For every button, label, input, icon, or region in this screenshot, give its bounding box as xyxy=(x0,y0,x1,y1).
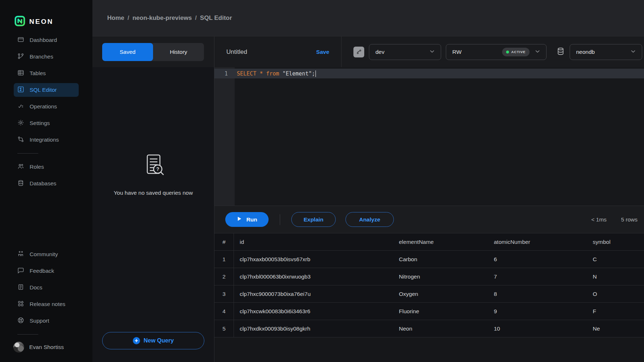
breadcrumb-project[interactable]: neon-kube-previews xyxy=(132,14,192,22)
sidebar-item-label: Feedback xyxy=(30,268,54,274)
row-index-cell: 1 xyxy=(214,251,234,268)
table-cell: clp7hxdkx00093b0isy08gkrh xyxy=(234,320,393,337)
table-cell: Ne xyxy=(587,320,644,337)
table-row[interactable]: 3clp7hxc9000073b0ixa76ei7uOxygen8O xyxy=(214,285,644,303)
table-cell: 8 xyxy=(488,285,587,303)
result-row-count: 5 rows xyxy=(621,216,638,223)
table-row[interactable]: 2clp7hxbl000063b0ixrwuogb3Nitrogen7N xyxy=(214,268,644,285)
saved-queries-empty-state: ? You have no saved queries now xyxy=(114,67,193,332)
integrations-icon xyxy=(17,136,24,144)
editor-column: 1 SELECT * from "Element"; Run Explain A… xyxy=(214,67,644,362)
sidebar-item-label: Settings xyxy=(30,120,50,126)
database-select[interactable]: neondb xyxy=(570,44,642,60)
toolbar: Saved History Untitled Save dev RW xyxy=(92,36,644,67)
sidebar-item-community[interactable]: Community xyxy=(14,247,79,261)
user-menu[interactable]: Evan Shortiss xyxy=(0,337,92,362)
table-cell: Neon xyxy=(393,320,488,337)
sidebar-item-label: Release notes xyxy=(30,301,65,307)
sql-statement: SELECT * from "Element"; xyxy=(235,70,315,77)
sidebar-item-operations[interactable]: Operations xyxy=(14,100,79,113)
sidebar-item-label: Support xyxy=(30,318,49,324)
analyze-button[interactable]: Analyze xyxy=(345,212,394,227)
results-table-body: 1clp7hxaxb00053b0isvs67xrbCarbon6C2clp7h… xyxy=(214,251,644,337)
sidebar-item-support[interactable]: Support xyxy=(14,314,79,328)
document-icon xyxy=(17,284,24,292)
row-index-cell: 5 xyxy=(214,320,234,337)
table-cell: C xyxy=(587,251,644,268)
sidebar-item-tables[interactable]: Tables xyxy=(14,66,79,80)
speech-bubble-icon xyxy=(17,267,24,275)
sidebar-item-release-notes[interactable]: Release notes xyxy=(14,297,79,311)
chevron-down-icon xyxy=(630,48,637,56)
table-row[interactable]: 5clp7hxdkx00093b0isy08gkrhNeon10Ne xyxy=(214,320,644,337)
table-cell: clp7hxcwk00083b0i6i3463r6 xyxy=(234,303,393,320)
text-cursor xyxy=(316,70,316,77)
table-grid-icon xyxy=(17,69,24,78)
breadcrumb-page: SQL Editor xyxy=(200,14,232,22)
sidebar-spacer xyxy=(0,193,92,247)
divider xyxy=(280,214,280,225)
column-header-index: # xyxy=(214,233,234,251)
table-cell: 9 xyxy=(488,303,587,320)
table-cell: 10 xyxy=(488,320,587,337)
sql-editor-icon xyxy=(17,86,24,94)
sidebar-item-roles[interactable]: Roles xyxy=(14,160,79,174)
query-stats: < 1ms 5 rows xyxy=(591,216,638,223)
user-name: Evan Shortiss xyxy=(29,344,64,350)
row-index-cell: 3 xyxy=(214,285,234,303)
sidebar-item-label: Databases xyxy=(30,180,56,187)
sidebar: NEON Dashboard Branches Tables SQL Edito… xyxy=(0,0,92,362)
table-cell: F xyxy=(587,303,644,320)
workspace: ? You have no saved queries now + New Qu… xyxy=(92,67,644,362)
sidebar-item-dashboard[interactable]: Dashboard xyxy=(14,33,79,47)
sidebar-item-label: Operations xyxy=(30,103,57,110)
brand-logo[interactable]: NEON xyxy=(0,0,92,33)
tab-history[interactable]: History xyxy=(153,43,204,61)
table-cell: clp7hxbl000063b0ixrwuogb3 xyxy=(234,268,393,285)
app-root: NEON Dashboard Branches Tables SQL Edito… xyxy=(0,0,644,362)
table-cell: 6 xyxy=(488,251,587,268)
run-button[interactable]: Run xyxy=(225,212,269,227)
sidebar-nav-footer: Community Feedback Docs Release notes Su… xyxy=(0,247,92,331)
release-notes-icon xyxy=(17,300,24,309)
new-query-button[interactable]: + New Query xyxy=(102,332,204,349)
sidebar-item-branches[interactable]: Branches xyxy=(14,50,79,64)
sidebar-item-settings[interactable]: Settings xyxy=(14,116,79,130)
sidebar-item-feedback[interactable]: Feedback xyxy=(14,264,79,278)
breadcrumb: Home / neon-kube-previews / SQL Editor xyxy=(107,14,232,22)
chevron-down-icon xyxy=(428,48,436,56)
branch-select[interactable]: dev xyxy=(369,44,441,60)
save-query-link[interactable]: Save xyxy=(316,49,329,55)
sql-code-editor[interactable]: 1 SELECT * from "Element"; xyxy=(214,67,644,206)
table-cell: Fluorine xyxy=(393,303,488,320)
sidebar-item-integrations[interactable]: Integrations xyxy=(14,133,79,147)
sidebar-item-label: Roles xyxy=(30,164,44,170)
sidebar-nav-main: Dashboard Branches Tables SQL Editor Ope… xyxy=(0,33,92,150)
sidebar-nav-secondary: Roles Databases xyxy=(0,160,92,193)
sidebar-item-sql-editor[interactable]: SQL Editor xyxy=(14,83,79,97)
breadcrumb-home[interactable]: Home xyxy=(107,14,124,22)
sidebar-item-docs[interactable]: Docs xyxy=(14,281,79,294)
saved-history-toggle: Saved History xyxy=(102,43,204,61)
results-toolbar: Run Explain Analyze < 1ms 5 rows xyxy=(214,206,644,233)
life-buoy-icon xyxy=(17,317,24,325)
table-cell: Nitrogen xyxy=(393,268,488,285)
explain-button[interactable]: Explain xyxy=(291,212,336,227)
table-cell: O xyxy=(587,285,644,303)
sidebar-item-label: Tables xyxy=(30,70,46,77)
table-row[interactable]: 1clp7hxaxb00053b0isvs67xrbCarbon6C xyxy=(214,251,644,268)
status-label: ACTIVE xyxy=(511,50,526,54)
table-row[interactable]: 4clp7hxcwk00083b0i6i3463r6Fluorine9F xyxy=(214,303,644,320)
status-dot xyxy=(506,51,509,53)
sidebar-item-databases[interactable]: Databases xyxy=(14,177,79,190)
brand-name: NEON xyxy=(29,18,53,26)
column-header-elementName: elementName xyxy=(393,233,488,251)
compute-select-value: RW xyxy=(452,49,462,55)
compute-select[interactable]: RW ACTIVE xyxy=(446,44,547,60)
table-cell: clp7hxaxb00053b0isvs67xrb xyxy=(234,251,393,268)
tab-saved[interactable]: Saved xyxy=(102,43,153,61)
status-badge: ACTIVE xyxy=(502,48,530,56)
neon-logo-icon xyxy=(14,16,25,28)
row-index-cell: 2 xyxy=(214,268,234,285)
database-icon xyxy=(556,47,565,57)
